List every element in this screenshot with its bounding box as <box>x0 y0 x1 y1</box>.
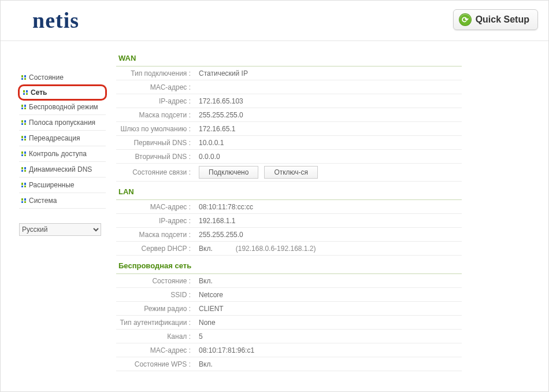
sidebar-item-access[interactable]: Контроль доступа <box>19 146 106 162</box>
wlan-mac-value: 08:10:17:81:96:c1 <box>194 344 462 357</box>
wlan-state-value: Вкл. <box>194 275 462 287</box>
wlan-wps-label: Состояние WPS : <box>116 358 194 371</box>
sidebar-item-ddns[interactable]: Динамический DNS <box>19 162 106 177</box>
quick-setup-button[interactable]: ⟳ Quick Setup <box>453 9 538 30</box>
menu-icon <box>21 105 26 109</box>
sidebar-item-forwarding[interactable]: Переадресация <box>19 131 106 146</box>
menu-icon <box>21 120 26 125</box>
wlan-wps-value: Вкл. <box>194 358 462 371</box>
wlan-state-label: Состояние : <box>116 275 194 287</box>
wan-title: WAN <box>116 50 462 66</box>
menu-icon <box>21 183 26 187</box>
connect-button[interactable]: Подключено <box>199 166 258 179</box>
wan-mac-label: MAC-адрес : <box>116 81 194 94</box>
menu-icon <box>21 136 26 140</box>
lan-mac-label: MAC-адрес : <box>116 201 194 213</box>
language-dropdown[interactable]: Русский <box>19 223 101 236</box>
sidebar-item-network[interactable]: Сеть <box>18 84 107 101</box>
wan-conntype-label: Тип подключения : <box>116 67 194 80</box>
wlan-radio-value: CLIENT <box>194 302 462 315</box>
quick-setup-label: Quick Setup <box>476 14 529 25</box>
wlan-ssid-label: SSID : <box>116 289 194 301</box>
wlan-auth-label: Тип аутентификации : <box>116 316 194 329</box>
sidebar-item-advanced[interactable]: Расширенные <box>19 177 106 193</box>
wan-ip-label: IP-адрес : <box>116 95 194 108</box>
menu-icon <box>23 90 28 95</box>
lan-title: LAN <box>116 184 462 200</box>
header: netis ⟳ Quick Setup <box>1 1 548 41</box>
wan-dns2-label: Вторичный DNS : <box>116 150 194 163</box>
lan-ip-label: IP-адрес : <box>116 215 194 227</box>
lan-mac-value: 08:10:11:78:cc:cc <box>194 201 462 213</box>
sidebar-item-bandwidth[interactable]: Полоса пропускания <box>19 115 106 131</box>
wan-dns1-value: 10.0.0.1 <box>194 136 462 149</box>
language-selector: Русский <box>19 223 106 236</box>
wan-mask-value: 255.255.255.0 <box>194 109 462 121</box>
disconnect-button[interactable]: Отключ-ся <box>264 166 318 179</box>
menu-icon <box>21 198 26 203</box>
sidebar-item-wireless[interactable]: Беспроводной режим <box>19 99 106 115</box>
lan-mask-label: Маска подсети : <box>116 228 194 241</box>
wlan-radio-label: Режим радио : <box>116 302 194 315</box>
menu-icon <box>21 151 26 156</box>
wan-ip-value: 172.16.65.103 <box>194 95 462 108</box>
sidebar: Состояние Сеть Беспроводной режим Полоса… <box>1 41 110 391</box>
lan-mask-value: 255.255.255.0 <box>194 228 462 241</box>
wan-link-label: Состояние связи : <box>116 166 194 179</box>
lan-dhcp-state: Вкл. <box>199 245 213 253</box>
wan-dns1-label: Первичный DNS : <box>116 136 194 149</box>
wan-gateway-value: 172.16.65.1 <box>194 123 462 135</box>
wlan-ssid-value: Netcore <box>194 289 462 301</box>
menu-icon <box>21 167 26 172</box>
wan-mac-value <box>194 85 462 90</box>
wlan-channel-label: Канал : <box>116 330 194 343</box>
sidebar-item-status[interactable]: Состояние <box>19 70 106 86</box>
sidebar-item-system[interactable]: Система <box>19 193 106 209</box>
menu-icon <box>21 75 26 80</box>
lan-dhcp-range: (192.168.0.6-192.168.1.2) <box>236 245 316 253</box>
wlan-auth-value: None <box>194 316 462 329</box>
lan-ip-value: 192.168.1.1 <box>194 215 462 227</box>
wan-mask-label: Маска подсети : <box>116 109 194 121</box>
lan-dhcp-label: Сервер DHCP : <box>116 242 194 255</box>
wlan-mac-label: MAC-адрес : <box>116 344 194 357</box>
wan-conntype-value: Статический IP <box>194 67 462 80</box>
wlan-channel-value: 5 <box>194 330 462 343</box>
brand-logo: netis <box>32 8 79 33</box>
wlan-title: Беспроводная сеть <box>116 258 462 274</box>
wan-gateway-label: Шлюз по умолчанию : <box>116 123 194 135</box>
wan-dns2-value: 0.0.0.0 <box>194 150 462 163</box>
refresh-icon: ⟳ <box>459 14 471 25</box>
main-content: WAN Тип подключения :Статический IP MAC-… <box>110 41 548 391</box>
